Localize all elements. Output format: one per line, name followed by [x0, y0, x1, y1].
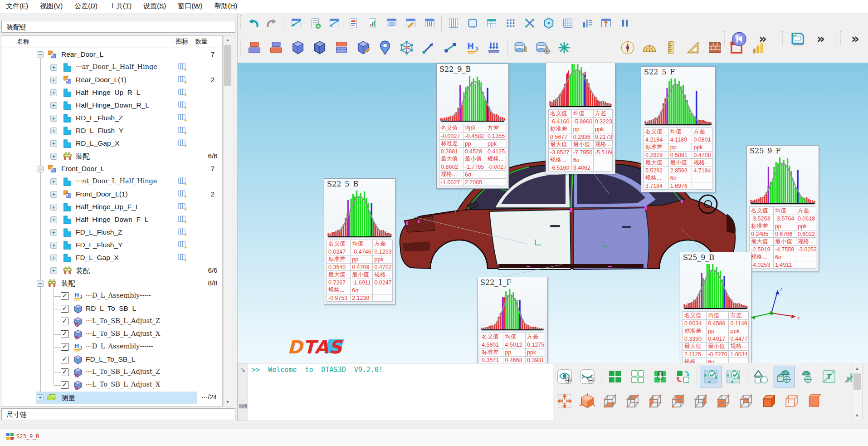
tree-row[interactable]: +RD_L_Flush_Y — [1, 125, 222, 137]
cube-flat-button[interactable] — [803, 390, 825, 412]
menu-窗口W[interactable]: 窗口(W) — [172, 0, 208, 12]
dome-target-button[interactable] — [795, 366, 817, 387]
item-checkbox[interactable]: ✓ — [61, 356, 68, 363]
item-checkbox[interactable]: ✓ — [61, 343, 68, 351]
scroll-up-icon[interactable]: ▲ — [853, 364, 861, 372]
stat-panel-S22_5_F[interactable]: S22_5_F名义值均值方差4.21844.11800.0801标准差ppppk… — [641, 66, 716, 192]
report-doc-button[interactable] — [345, 15, 362, 32]
stat-panel-S22_5_B[interactable]: S22_5_B名义值均值方差0.0247-0.47460.1253标准差pppp… — [324, 178, 395, 304]
tree-row[interactable]: +Half_Hinge_Down_R_L — [1, 99, 222, 112]
tree-row[interactable]: +FD_L_Gap_X — [1, 252, 222, 265]
status-tab-s23-9-b[interactable]: S23_9_B — [6, 433, 39, 440]
expand-icon[interactable]: + — [50, 191, 57, 198]
expand-icon[interactable]: + — [50, 89, 57, 96]
collapse-icon[interactable]: − — [37, 280, 44, 287]
grid-lock-button[interactable] — [649, 366, 671, 387]
viewport-3d[interactable]: z y x DTAS S22_9_B名义值均值方差-0.0027-0.45820… — [238, 63, 868, 363]
table-view-button[interactable] — [483, 15, 500, 32]
vector-line-button[interactable] — [419, 37, 439, 58]
grid-outline-button[interactable] — [627, 366, 649, 387]
menu-帮助H[interactable]: 帮助(H) — [208, 0, 243, 12]
tree-row[interactable]: +RD_L_Flush_Z — [1, 112, 222, 125]
frame-columns-button[interactable] — [421, 15, 438, 32]
eye-add-button[interactable] — [554, 366, 575, 387]
grid-filled-button[interactable] — [604, 366, 626, 387]
toolbar-drag-handle[interactable] — [239, 39, 242, 56]
stat-panel-S22_9_B[interactable]: S22_9_B名义值均值方差-0.0027-0.45820.1355标准差ppp… — [436, 64, 509, 189]
stack-b-button[interactable] — [266, 37, 286, 58]
tree-row[interactable]: ✓H1···D_L_Assembly----- — [1, 290, 222, 303]
stack-c-button[interactable] — [332, 37, 351, 58]
cube-left-button[interactable] — [644, 390, 666, 412]
scroll-down-icon[interactable]: ▼ — [224, 398, 232, 406]
item-checkbox[interactable]: ✓ — [61, 368, 68, 376]
stat-panel-untitled[interactable]: 名义值均值方差-6.4160-5.88600.3223标准差ppppk0.567… — [546, 63, 615, 174]
console-arrow-icon[interactable]: ↘ — [238, 366, 248, 373]
expand-icon[interactable]: + — [37, 394, 44, 401]
tree-row[interactable]: +装配6/6 — [1, 265, 222, 277]
right-scrollbar[interactable]: ▲ ▼ — [853, 364, 863, 420]
menu-工具T[interactable]: 工具(T) — [103, 0, 137, 12]
scroll-up-icon[interactable]: ▲ — [224, 36, 232, 44]
expand-icon[interactable]: + — [50, 64, 57, 71]
collapse-icon[interactable]: − — [37, 166, 44, 172]
toolbar-drag-handle[interactable] — [723, 31, 726, 47]
tree-row[interactable]: +FD_L_Flush_Z — [1, 226, 222, 239]
menu-视图V[interactable]: 视图(V) — [34, 0, 68, 12]
dimension-chain-header[interactable]: 尺寸链 — [1, 408, 235, 420]
expand-icon[interactable]: + — [50, 153, 57, 160]
tree-row[interactable]: +Rear_Door_L(1)2 — [1, 74, 222, 87]
puzzle-check-a-button[interactable] — [700, 366, 722, 387]
t-panel-button[interactable]: T — [818, 366, 840, 387]
cube-top-button[interactable] — [622, 390, 644, 412]
expand-icon[interactable]: + — [50, 255, 57, 261]
stack-a-button[interactable] — [244, 37, 264, 58]
point-link-button[interactable] — [440, 37, 460, 58]
menu-文件F[interactable]: 文件(F) — [0, 0, 34, 12]
cylinder-gear-button[interactable] — [532, 37, 552, 58]
export-window-button[interactable] — [288, 15, 305, 32]
chart-doc-button[interactable] — [364, 15, 381, 32]
hex-mesh-button[interactable] — [540, 15, 557, 32]
frame-slide-button[interactable] — [383, 15, 400, 32]
assembly-chain-header[interactable]: 装配链 — [1, 21, 235, 33]
chevron-button[interactable]: » — [863, 366, 868, 387]
chevron-button[interactable]: » — [810, 28, 832, 50]
stat-panel-S25_9_B[interactable]: S25_9_B名义值均值方差0.00340.45860.1149标准差ppppk… — [680, 252, 751, 363]
tree-row[interactable]: −Rear_Door_L7 — [1, 49, 222, 61]
h1-datum-button[interactable]: H1 — [462, 37, 482, 58]
expand-icon[interactable]: + — [50, 115, 57, 122]
tree-row[interactable]: −Front_Door_L7 — [1, 163, 222, 176]
tree-row[interactable]: +···ar_Door_L_Half_Hinge — [1, 61, 222, 74]
puzzle-check-b-button[interactable] — [722, 366, 744, 387]
run-pause-button[interactable] — [616, 15, 634, 32]
frame-edit-button[interactable] — [402, 15, 419, 32]
shape-set-button[interactable] — [750, 366, 772, 387]
location-pin-button[interactable] — [375, 37, 395, 58]
cube-front-button[interactable] — [712, 390, 734, 412]
report-machine-button[interactable] — [786, 28, 808, 50]
tree-row[interactable]: +RD_L_Gap_X — [1, 137, 222, 150]
tree-row[interactable]: ✓FD_L_To_SB_L — [1, 353, 222, 366]
tree-row[interactable]: +···nt_Door_L_Half_Hinge — [1, 176, 222, 188]
striped-view-button[interactable] — [445, 15, 462, 32]
panel-export-button[interactable] — [597, 15, 614, 32]
tree-row[interactable]: −装配8/8 — [1, 277, 222, 290]
scroll-thumb[interactable] — [853, 373, 861, 390]
expand-icon[interactable]: + — [50, 178, 57, 185]
outline-view-button[interactable] — [464, 15, 481, 32]
import-window-button[interactable] — [326, 15, 343, 32]
expand-icon[interactable]: + — [50, 77, 57, 83]
press-clamp-button[interactable] — [484, 37, 504, 58]
expand-icon[interactable]: + — [50, 229, 57, 236]
stat-panel-S22_1_F[interactable]: S22_1_F名义值均值方差4.58014.50120.1275标准差ppppk… — [477, 277, 548, 363]
expand-icon[interactable]: + — [50, 204, 57, 211]
cylinder-pin-button[interactable] — [511, 37, 531, 58]
media-sphere-button[interactable] — [728, 28, 750, 50]
expand-icon[interactable]: + — [50, 216, 57, 223]
set-square-button[interactable] — [683, 37, 703, 58]
toolbar-drag-handle[interactable] — [239, 15, 242, 31]
tree-row[interactable]: ✓C···L_To_SB_L_Adjust_X — [1, 379, 222, 392]
point-cloud-button[interactable] — [502, 15, 519, 32]
cross-grid-button[interactable] — [521, 15, 538, 32]
